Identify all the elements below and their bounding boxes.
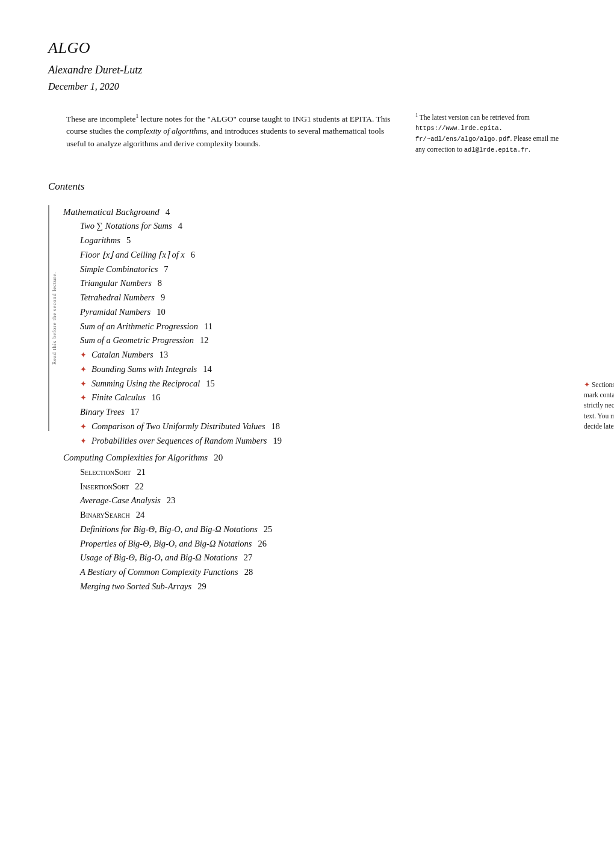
toc-entry-label: Summing Using the Reciprocal: [91, 377, 200, 391]
star-icon: ✦: [80, 364, 87, 376]
toc-entry: Properties of Big-Θ, Big-O, and Big-Ω No…: [63, 538, 566, 551]
toc-entry-label: Average-Case Analysis: [80, 494, 161, 507]
abstract-section: These are incomplete1 lecture notes for …: [48, 112, 566, 155]
toc-star-sidenote: ✦ Sections or paragraphs introduced with…: [584, 380, 614, 432]
toc-entry: Merging two Sorted Sub-Arrays 29: [63, 580, 566, 594]
star-icon: ✦: [80, 435, 87, 447]
star-icon: ✦: [80, 349, 87, 361]
toc-page-num: 22: [135, 480, 144, 494]
toc-entry-label: Bounding Sums with Integrals: [91, 363, 197, 376]
date: December 1, 2020: [48, 79, 566, 94]
toc-entry: A Bestiary of Common Complexity Function…: [63, 566, 566, 579]
abstract-footnote: 1 The latest version can be retrieved fr…: [415, 112, 566, 155]
toc-page-num: 12: [200, 334, 209, 347]
toc-entry-label: Definitions for Big-Θ, Big-O, and Big-Ω …: [80, 523, 258, 536]
toc-page-num: 4: [166, 205, 170, 219]
toc-entry-label: Properties of Big-Θ, Big-O, and Big-Ω No…: [80, 538, 252, 551]
toc-entry-label: Finite Calculus: [91, 391, 146, 405]
toc-entry: Sum of a Geometric Progression 12: [63, 334, 566, 347]
toc-entry-label: Pyramidal Numbers: [80, 306, 150, 319]
toc-entry-label: InsertionSort: [80, 480, 129, 494]
toc-entry: ✦Probabilities over Sequences of Random …: [63, 435, 566, 448]
toc-page-num: 25: [264, 523, 273, 536]
toc-entry: InsertionSort 22: [63, 480, 566, 494]
toc-page-num: 15: [206, 377, 215, 391]
sidebar-label: Read this before the second lecture.: [51, 205, 59, 431]
toc-entry-label: Catalan Numbers: [91, 349, 154, 362]
toc-entry: Binary Trees 17: [63, 406, 566, 419]
toc-entry-label: Mathematical Background: [63, 205, 160, 219]
footnote-email: adl@lrde.epita.fr: [464, 146, 529, 153]
toc-page-num: 10: [157, 306, 166, 319]
toc-page-num: 28: [244, 566, 253, 579]
toc-entry: Tetrahedral Numbers 9: [63, 291, 566, 305]
toc-entry-label: Binary Trees: [80, 406, 125, 419]
toc-entry-label: Tetrahedral Numbers: [80, 291, 155, 305]
star-icon: ✦: [584, 381, 590, 388]
toc-page-num: 16: [152, 391, 161, 405]
toc-entry: Computing Complexities for Algorithms 20: [63, 451, 566, 465]
star-icon: ✦: [80, 378, 87, 390]
toc-entry: Pyramidal Numbers 10: [63, 306, 566, 319]
toc-entry: ✦Comparison of Two Uniformly Distributed…: [63, 420, 566, 433]
toc-entry: Average-Case Analysis 23: [63, 494, 566, 507]
toc-entry: Triangular Numbers 8: [63, 277, 566, 290]
toc-entry: Mathematical Background 4: [63, 205, 566, 219]
toc-page-num: 29: [197, 580, 206, 594]
toc-page-num: 18: [271, 420, 281, 433]
toc-entry-label: Usage of Big-Θ, Big-O, and Big-Ω Notatio…: [80, 551, 238, 565]
toc-entry: ✦Catalan Numbers 13: [63, 349, 566, 362]
contents-title: Contents: [48, 179, 566, 194]
toc-entry: Logarithms 5: [63, 234, 566, 247]
toc-entry-label: Two ∑ Notations for Sums: [80, 220, 172, 233]
toc-entry-label: Sum of a Geometric Progression: [80, 334, 194, 347]
toc-entry-label: SelectionSort: [80, 466, 131, 479]
star-icon: ✦: [80, 392, 87, 404]
toc-entry: Simple Combinatorics 7: [63, 263, 566, 276]
toc-page-num: 17: [131, 406, 140, 419]
toc-entry: ✦Summing Using the Reciprocal 15: [63, 377, 566, 391]
toc-entry: Two ∑ Notations for Sums 4: [63, 220, 566, 233]
toc-page-num: 19: [273, 435, 282, 448]
toc-entry: Definitions for Big-Θ, Big-O, and Big-Ω …: [63, 523, 566, 536]
toc-entry: Floor ⌊x⌋ and Ceiling ⌈x⌉ of x 6: [63, 249, 566, 262]
toc-entry-label: A Bestiary of Common Complexity Function…: [80, 566, 238, 579]
toc-entry: SelectionSort 21: [63, 466, 566, 479]
toc-entry-label: Floor ⌊x⌋ and Ceiling ⌈x⌉ of x: [80, 249, 185, 262]
toc-entry-label: Probabilities over Sequences of Random N…: [91, 435, 267, 448]
abstract-main: These are incomplete1 lecture notes for …: [48, 112, 397, 155]
toc-page-num: 24: [136, 509, 145, 522]
toc-page-num: 7: [164, 263, 168, 276]
toc-entry: BinarySearch 24: [63, 509, 566, 522]
star-icon: ✦: [80, 421, 87, 433]
toc-page-num: 5: [126, 234, 131, 247]
author: Alexandre Duret-Lutz: [48, 62, 566, 78]
sidebar-bar-line: [48, 205, 49, 431]
toc-page-num: 21: [137, 466, 146, 479]
toc-page-num: 13: [160, 349, 169, 362]
toc-list: Mathematical Background 4 Two ∑ Notation…: [63, 205, 566, 595]
toc-page-num: 6: [191, 249, 195, 262]
toc-entry-label: Merging two Sorted Sub-Arrays: [80, 580, 191, 594]
toc-entry-label: Comparison of Two Uniformly Distributed …: [91, 420, 265, 433]
toc-entry: Sum of an Arithmetic Progression 11: [63, 320, 566, 333]
page-title: ALGO: [48, 36, 566, 60]
toc-page-num: 20: [214, 451, 223, 465]
toc-entry-label: Sum of an Arithmetic Progression: [80, 320, 198, 333]
toc-page-num: 26: [258, 538, 267, 551]
toc-page-num: 9: [161, 291, 165, 305]
toc-entry-label: Triangular Numbers: [80, 277, 152, 290]
toc-page-num: 11: [204, 320, 212, 333]
toc-page-num: 23: [167, 494, 176, 507]
toc-entry-label: Computing Complexities for Algorithms: [63, 451, 208, 465]
toc-entry-label: BinarySearch: [80, 509, 130, 522]
toc-page-num: 27: [244, 551, 253, 565]
toc-entry: Usage of Big-Θ, Big-O, and Big-Ω Notatio…: [63, 551, 566, 565]
toc-page-num: 14: [203, 363, 212, 376]
toc-entry-label: Logarithms: [80, 234, 120, 247]
toc-page-num: 8: [158, 277, 162, 290]
toc-entry: ✦Bounding Sums with Integrals 14: [63, 363, 566, 376]
footnote-url: https://www.lrde.epita.fr/~adl/ens/algo/…: [415, 125, 510, 143]
toc-entry-label: Simple Combinatorics: [80, 263, 158, 276]
toc-page-num: 4: [178, 220, 182, 233]
